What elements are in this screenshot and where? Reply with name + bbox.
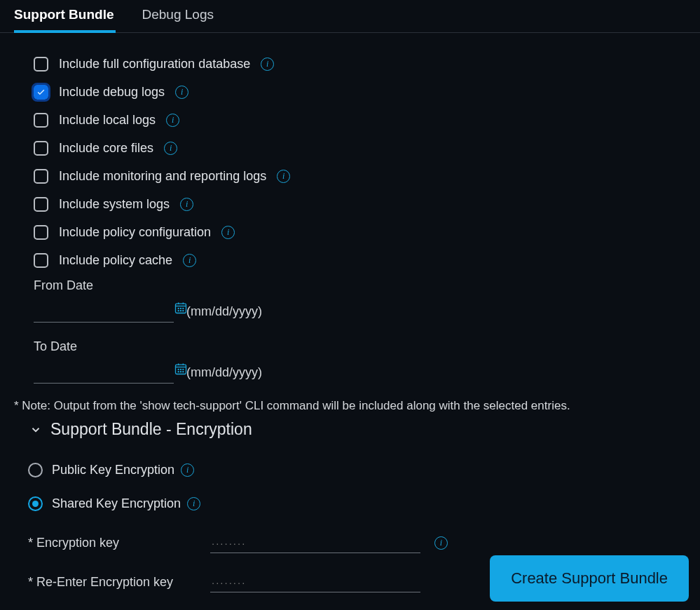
tab-support-bundle[interactable]: Support Bundle bbox=[14, 7, 114, 32]
svg-point-9 bbox=[183, 311, 184, 311]
reenter-key-input[interactable] bbox=[210, 571, 420, 592]
to-date-format-hint: (mm/dd/yyyy) bbox=[186, 365, 262, 380]
from-date-section: From Date (mm/dd/yyyy) bbox=[14, 278, 686, 335]
encryption-options: Public Key Encryption Shared Key Encrypt… bbox=[14, 453, 686, 520]
info-icon[interactable] bbox=[164, 142, 177, 155]
svg-point-6 bbox=[183, 308, 184, 309]
chevron-down-icon[interactable] bbox=[29, 423, 42, 436]
note-text: * Note: Output from the 'show tech-suppo… bbox=[14, 399, 686, 413]
checkbox-include-full-config[interactable] bbox=[34, 57, 48, 72]
label-include-full-config: Include full configuration database bbox=[59, 57, 250, 72]
row-public-key-encryption: Public Key Encryption bbox=[28, 453, 686, 487]
checkbox-include-local-logs[interactable] bbox=[34, 113, 48, 128]
svg-point-19 bbox=[183, 372, 184, 372]
row-include-system-logs: Include system logs bbox=[34, 190, 686, 218]
to-date-label: To Date bbox=[34, 339, 686, 354]
tab-bar: Support Bundle Debug Logs bbox=[0, 0, 700, 33]
label-include-policy-cache: Include policy cache bbox=[59, 253, 172, 268]
label-include-local-logs: Include local logs bbox=[59, 113, 156, 128]
row-include-debug-logs: Include debug logs bbox=[34, 78, 686, 106]
label-public-key: Public Key Encryption bbox=[52, 463, 174, 477]
encryption-key-input[interactable] bbox=[210, 532, 420, 553]
svg-point-14 bbox=[178, 369, 179, 370]
checkbox-include-debug-logs[interactable] bbox=[34, 85, 48, 100]
calendar-icon[interactable] bbox=[174, 301, 188, 315]
encryption-section-title: Support Bundle - Encryption bbox=[50, 420, 252, 439]
reenter-key-label: * Re-Enter Encryption key bbox=[28, 575, 196, 590]
tab-debug-logs[interactable]: Debug Logs bbox=[142, 7, 213, 32]
row-include-policy-cache: Include policy cache bbox=[34, 246, 686, 274]
row-shared-key-encryption: Shared Key Encryption bbox=[28, 487, 686, 520]
radio-shared-key[interactable] bbox=[28, 496, 43, 511]
label-include-policy-config: Include policy configuration bbox=[59, 225, 211, 240]
svg-point-18 bbox=[181, 372, 181, 372]
row-include-policy-config: Include policy configuration bbox=[34, 218, 686, 246]
from-date-format-hint: (mm/dd/yyyy) bbox=[186, 304, 262, 319]
checkbox-include-monitoring-logs[interactable] bbox=[34, 169, 48, 184]
from-date-input[interactable] bbox=[34, 297, 174, 318]
info-icon[interactable] bbox=[180, 198, 193, 211]
svg-point-7 bbox=[178, 311, 179, 311]
info-icon[interactable] bbox=[181, 463, 194, 477]
row-include-local-logs: Include local logs bbox=[34, 106, 686, 134]
from-date-label: From Date bbox=[34, 278, 686, 293]
label-include-core-files: Include core files bbox=[59, 141, 153, 156]
svg-point-15 bbox=[181, 369, 181, 370]
info-icon[interactable] bbox=[187, 497, 200, 510]
encryption-key-label: * Encryption key bbox=[28, 536, 196, 550]
info-icon[interactable] bbox=[261, 57, 274, 71]
svg-point-8 bbox=[181, 311, 181, 311]
label-include-monitoring-logs: Include monitoring and reporting logs bbox=[59, 169, 266, 184]
label-include-system-logs: Include system logs bbox=[59, 197, 170, 212]
info-icon[interactable] bbox=[434, 536, 448, 550]
encryption-section-header[interactable]: Support Bundle - Encryption bbox=[14, 420, 686, 439]
checkbox-include-policy-cache[interactable] bbox=[34, 253, 48, 268]
checkbox-include-core-files[interactable] bbox=[34, 141, 48, 156]
row-include-core-files: Include core files bbox=[34, 134, 686, 162]
to-date-input[interactable] bbox=[34, 358, 174, 379]
info-icon[interactable] bbox=[277, 170, 290, 183]
svg-point-17 bbox=[178, 372, 179, 372]
info-icon[interactable] bbox=[175, 86, 188, 99]
svg-point-4 bbox=[178, 308, 179, 309]
row-include-monitoring-logs: Include monitoring and reporting logs bbox=[34, 162, 686, 190]
to-date-section: To Date (mm/dd/yyyy) bbox=[14, 339, 686, 396]
info-icon[interactable] bbox=[221, 226, 235, 239]
create-support-bundle-button[interactable]: Create Support Bundle bbox=[490, 555, 689, 602]
info-icon[interactable] bbox=[166, 114, 179, 127]
include-options-list: Include full configuration database Incl… bbox=[14, 50, 686, 274]
svg-point-5 bbox=[181, 308, 181, 309]
checkbox-include-policy-config[interactable] bbox=[34, 225, 48, 240]
info-icon[interactable] bbox=[183, 254, 196, 267]
calendar-icon[interactable] bbox=[174, 362, 188, 376]
row-include-full-config: Include full configuration database bbox=[34, 50, 686, 78]
checkbox-include-system-logs[interactable] bbox=[34, 197, 48, 212]
label-shared-key: Shared Key Encryption bbox=[52, 496, 181, 511]
label-include-debug-logs: Include debug logs bbox=[59, 85, 165, 100]
svg-point-16 bbox=[183, 369, 184, 370]
radio-public-key[interactable] bbox=[28, 463, 43, 477]
